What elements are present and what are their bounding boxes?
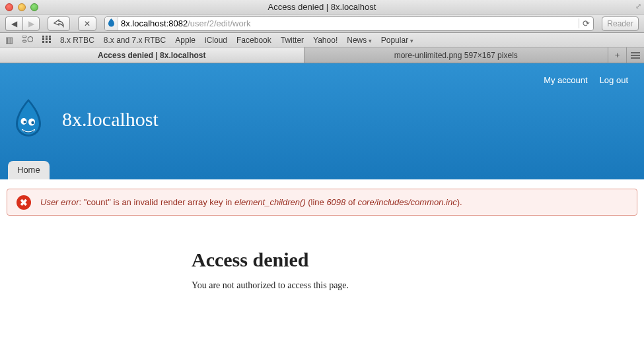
main-content: Access denied You are not authorized to … bbox=[192, 249, 637, 291]
url-path: /user/2/edit/work bbox=[188, 18, 250, 28]
share-button[interactable] bbox=[48, 16, 70, 31]
svg-rect-8 bbox=[49, 38, 51, 40]
bookmark-folder[interactable]: News bbox=[347, 36, 372, 45]
svg-rect-13 bbox=[631, 55, 640, 56]
reading-list-icon[interactable] bbox=[22, 35, 33, 45]
nav-tab-home[interactable]: Home bbox=[8, 161, 50, 179]
tab-overflow-icon[interactable] bbox=[627, 47, 644, 63]
bookmarks-bar: ▥ 8.x RTBC 8.x and 7.x RTBC Apple iCloud… bbox=[0, 33, 644, 47]
window-corner-icon: ⤢ bbox=[635, 2, 641, 11]
svg-rect-3 bbox=[42, 36, 44, 38]
bookmark-item[interactable]: iCloud bbox=[205, 36, 227, 45]
bookmark-item[interactable]: Twitter bbox=[281, 36, 304, 45]
user-menu: My account Log out bbox=[544, 75, 628, 85]
site-header: My account Log out 8x.localhost Home bbox=[0, 63, 644, 179]
bookmark-item[interactable]: Apple bbox=[175, 36, 196, 45]
svg-point-2 bbox=[28, 37, 33, 42]
minimize-window-button[interactable] bbox=[18, 3, 26, 11]
bookmark-item[interactable]: 8.x and 7.x RTBC bbox=[104, 36, 166, 45]
site-favicon bbox=[105, 16, 118, 31]
tab-bar: Access denied | 8x.localhost more-unlimi… bbox=[0, 47, 644, 63]
window-titlebar: Access denied | 8x.localhost ⤢ bbox=[0, 0, 644, 15]
svg-rect-1 bbox=[22, 40, 26, 42]
reload-button[interactable]: ⟳ bbox=[579, 18, 593, 28]
url-input[interactable]: 8x.localhost:8082/user/2/edit/work bbox=[118, 18, 579, 28]
reader-button[interactable]: Reader bbox=[602, 16, 639, 31]
site-name[interactable]: 8x.localhost bbox=[62, 108, 159, 131]
svg-point-17 bbox=[24, 121, 26, 123]
back-button[interactable]: ◀ bbox=[5, 16, 22, 31]
svg-rect-9 bbox=[42, 41, 44, 43]
tab-label: more-unlimited.png 597×167 pixels bbox=[394, 51, 518, 60]
primary-nav: Home bbox=[0, 161, 644, 179]
new-tab-button[interactable]: + bbox=[608, 47, 627, 63]
bookmark-item[interactable]: Yahoo! bbox=[313, 36, 338, 45]
forward-button[interactable]: ▶ bbox=[22, 16, 40, 31]
svg-point-18 bbox=[31, 121, 34, 124]
svg-rect-12 bbox=[631, 52, 640, 53]
content-region: ✖ User error: "count" is an invalid rend… bbox=[0, 179, 644, 300]
svg-rect-6 bbox=[42, 38, 44, 40]
logout-link[interactable]: Log out bbox=[600, 75, 628, 85]
browser-tab[interactable]: more-unlimited.png 597×167 pixels bbox=[304, 47, 609, 63]
error-prefix: User error bbox=[40, 197, 79, 207]
top-sites-icon[interactable] bbox=[42, 35, 51, 45]
svg-rect-11 bbox=[49, 41, 51, 43]
window-title: Access denied | 8x.localhost bbox=[0, 2, 644, 12]
my-account-link[interactable]: My account bbox=[544, 75, 587, 85]
page-title: Access denied bbox=[192, 249, 637, 271]
stop-button[interactable]: ✕ bbox=[78, 16, 96, 31]
nav-buttons: ◀ ▶ bbox=[5, 16, 40, 31]
svg-rect-4 bbox=[46, 36, 48, 38]
svg-rect-0 bbox=[22, 36, 26, 38]
browser-toolbar: ◀ ▶ ✕ 8x.localhost:8082/user/2/edit/work… bbox=[0, 15, 644, 33]
svg-rect-14 bbox=[631, 57, 640, 59]
bookmark-item[interactable]: 8.x RTBC bbox=[60, 36, 94, 45]
address-bar[interactable]: 8x.localhost:8082/user/2/edit/work ⟳ bbox=[104, 16, 594, 31]
page-body-text: You are not authorized to access this pa… bbox=[192, 280, 637, 291]
svg-rect-7 bbox=[46, 38, 48, 40]
close-window-button[interactable] bbox=[5, 3, 13, 11]
traffic-lights bbox=[0, 3, 38, 11]
error-icon: ✖ bbox=[17, 195, 31, 210]
bookmark-item[interactable]: Facebook bbox=[236, 36, 271, 45]
drupal-logo-icon bbox=[9, 98, 48, 141]
bookmark-folder[interactable]: Popular bbox=[381, 36, 413, 45]
show-bookmarks-icon[interactable]: ▥ bbox=[5, 35, 13, 45]
zoom-window-button[interactable] bbox=[30, 3, 38, 11]
svg-rect-10 bbox=[46, 41, 48, 43]
browser-tab[interactable]: Access denied | 8x.localhost bbox=[0, 47, 304, 63]
tab-label: Access denied | 8x.localhost bbox=[98, 51, 205, 60]
error-message: ✖ User error: "count" is an invalid rend… bbox=[7, 189, 637, 216]
url-host: 8x.localhost:8082 bbox=[121, 18, 188, 28]
svg-rect-5 bbox=[49, 36, 51, 38]
